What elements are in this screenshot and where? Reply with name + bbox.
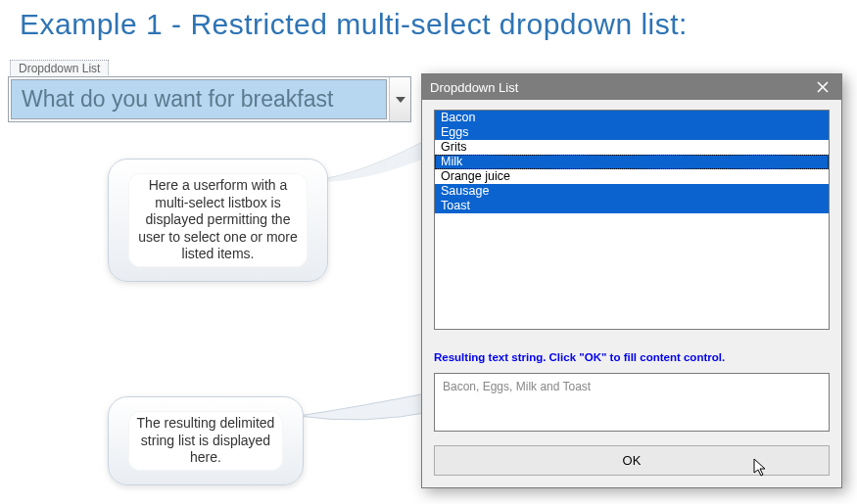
result-textbox[interactable]: Bacon, Eggs, Milk and Toast bbox=[434, 373, 830, 432]
list-item[interactable]: Orange juice bbox=[435, 169, 829, 184]
list-item[interactable]: Sausage bbox=[435, 184, 829, 199]
callout-listbox-explainer: Here a userform with a multi-select list… bbox=[108, 159, 328, 282]
callout-text: Here a userform with a multi-select list… bbox=[128, 173, 308, 267]
dialog-titlebar[interactable]: Dropddown List bbox=[422, 74, 841, 100]
callout-result-explainer: The resulting delimited string list is d… bbox=[108, 396, 304, 485]
list-item[interactable]: Eggs bbox=[435, 125, 829, 140]
page-title: Example 1 - Restricted multi-select drop… bbox=[20, 8, 688, 41]
list-item[interactable]: Milk bbox=[435, 155, 829, 169]
userform-dialog: Dropddown List BaconEggsGritsMilkOrange … bbox=[421, 73, 842, 488]
multiselect-listbox[interactable]: BaconEggsGritsMilkOrange juiceSausageToa… bbox=[434, 110, 830, 330]
result-hint-label: Resulting text string. Click "OK" to fil… bbox=[434, 351, 830, 363]
chevron-down-icon bbox=[396, 97, 405, 103]
list-item[interactable]: Grits bbox=[435, 140, 829, 155]
ok-button-label: OK bbox=[623, 453, 642, 468]
content-control: Dropddown List What do you want for brea… bbox=[8, 59, 411, 122]
list-item[interactable]: Toast bbox=[435, 199, 829, 213]
cursor-icon bbox=[752, 457, 770, 479]
close-button[interactable] bbox=[812, 78, 833, 96]
dialog-title: Dropddown List bbox=[430, 80, 518, 95]
callout-text: The resulting delimited string list is d… bbox=[128, 411, 283, 471]
content-control-tab: Dropddown List bbox=[10, 60, 109, 75]
callout-tail bbox=[294, 387, 441, 435]
content-control-box: What do you want for breakfast bbox=[8, 76, 411, 122]
ok-button[interactable]: OK bbox=[434, 445, 830, 476]
dropdown-button[interactable] bbox=[389, 77, 410, 121]
list-item[interactable]: Bacon bbox=[435, 111, 829, 125]
close-icon bbox=[817, 81, 829, 93]
content-control-field[interactable]: What do you want for breakfast bbox=[11, 79, 387, 119]
dialog-body: BaconEggsGritsMilkOrange juiceSausageToa… bbox=[422, 100, 841, 487]
